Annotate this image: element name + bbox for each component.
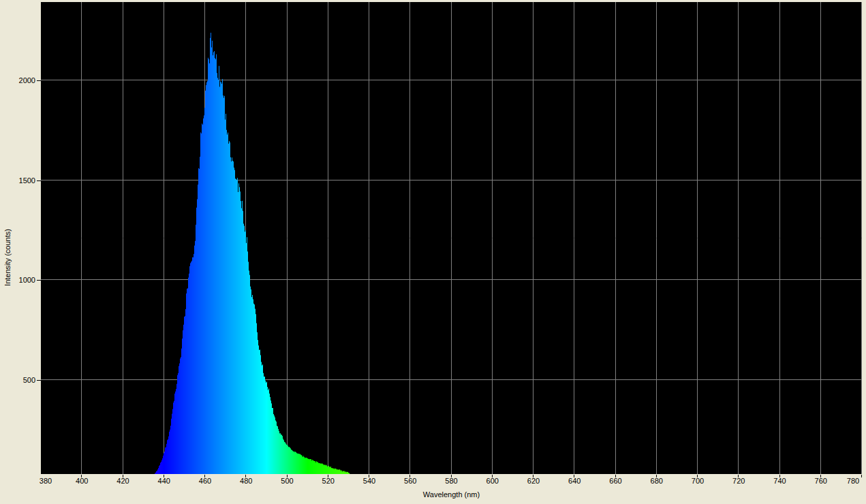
x-axis-tick-label: 400	[67, 477, 97, 485]
x-axis-tick-label: 480	[231, 477, 261, 485]
x-axis-tick-label: 780	[838, 477, 866, 485]
x-axis-tick-label: 740	[765, 477, 795, 485]
y-axis-tick-mark	[37, 380, 41, 381]
x-axis-tick-label: 700	[683, 477, 713, 485]
x-axis-tick-label: 520	[313, 477, 343, 485]
x-axis-tick-label: 500	[273, 477, 303, 485]
x-axis-tick-label: 560	[395, 477, 425, 485]
x-axis-tick-label: 720	[724, 477, 754, 485]
x-axis-tick-label: 380	[31, 477, 61, 485]
y-axis-tick-label: 500	[0, 376, 35, 384]
x-axis-tick-label: 540	[354, 477, 384, 485]
x-axis-tick-label: 680	[642, 477, 672, 485]
spectrometer-chart-screen: 3804004204404604805005205405605806006206…	[0, 0, 866, 504]
x-axis-tick-label: 440	[149, 477, 179, 485]
x-axis-tick-label: 620	[519, 477, 548, 485]
x-axis-tick-label: 460	[190, 477, 220, 485]
y-axis-tick-mark	[37, 80, 41, 81]
x-axis-tick-label: 640	[559, 477, 589, 485]
plot-area	[41, 2, 862, 474]
y-axis-tick-mark	[37, 180, 41, 181]
x-axis-tick-label: 760	[806, 477, 836, 485]
y-axis-title: Intensity (counts)	[3, 229, 12, 286]
y-axis-tick-mark	[37, 280, 41, 281]
x-axis-tick-label: 580	[437, 477, 467, 485]
y-axis-tick-label: 1500	[0, 176, 35, 185]
x-axis-tick-label: 660	[601, 477, 631, 485]
x-axis-tick-label: 600	[478, 477, 508, 485]
x-axis-title: Wavelength (nm)	[41, 490, 862, 499]
y-axis-tick-label: 2000	[0, 76, 35, 84]
x-axis-tick-label: 420	[108, 477, 138, 485]
spectrum-chart-canvas	[41, 2, 862, 474]
